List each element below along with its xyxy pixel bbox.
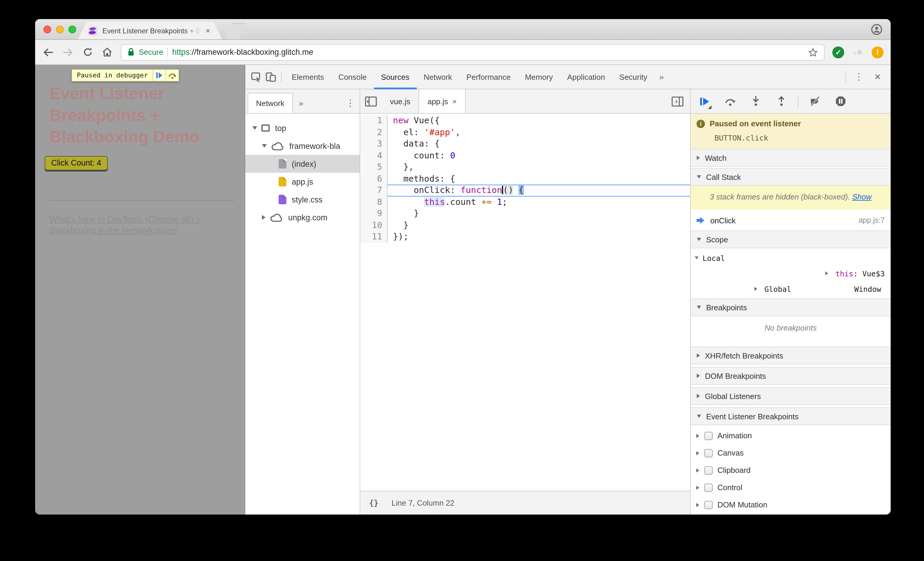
code-line-7[interactable]: 7 onClick: function() { (360, 184, 690, 196)
device-toolbar-icon[interactable] (264, 70, 278, 84)
zoom-window-button[interactable] (69, 26, 76, 33)
code-line-11[interactable]: 11}); (360, 231, 690, 243)
event-category-canvas[interactable]: Canvas (691, 444, 891, 462)
chevron-right-icon[interactable] (262, 215, 266, 220)
show-blackboxed-link[interactable]: Show (852, 192, 872, 201)
reload-icon[interactable] (82, 46, 93, 58)
code-line-10[interactable]: 10 } (360, 219, 690, 231)
category-checkbox[interactable] (704, 466, 712, 474)
panel-tab-network[interactable]: Network (417, 64, 459, 89)
step-into-icon[interactable] (750, 95, 762, 107)
section-event-listener-breakpoints[interactable]: Event Listener Breakpoints (691, 407, 891, 425)
inspect-element-icon[interactable] (249, 70, 264, 84)
section-dom-breakpoints[interactable]: DOM Breakpoints (691, 367, 891, 385)
devtools-close-icon[interactable]: ✕ (869, 72, 886, 82)
section-scope[interactable]: Scope (691, 231, 891, 248)
tree-item-style-css[interactable]: style.css (245, 190, 360, 208)
click-count-button[interactable]: Click Count: 4 (45, 156, 108, 170)
category-checkbox[interactable] (704, 483, 712, 492)
editor-tab-vuejs[interactable]: vue.js (382, 89, 418, 113)
overlay-resume-button[interactable] (152, 70, 165, 81)
line-number[interactable]: 9 (360, 208, 388, 219)
navigator-tab-network[interactable]: Network (248, 93, 292, 113)
panel-tab-performance[interactable]: Performance (459, 64, 518, 89)
close-tab-icon[interactable]: × (452, 97, 457, 106)
chevron-right-icon[interactable] (696, 485, 699, 489)
event-category-animation[interactable]: Animation (691, 427, 891, 444)
editor-tab-appjs[interactable]: app.js × (418, 89, 466, 113)
chevron-right-icon[interactable] (696, 468, 699, 472)
code-editor[interactable]: 1new Vue({2 el: '#app',3 data: {4 count:… (360, 114, 690, 491)
line-number[interactable]: 3 (360, 138, 388, 150)
call-stack-frame[interactable]: onClick app.js:7 (691, 212, 891, 229)
forward-icon[interactable] (62, 46, 74, 58)
line-number[interactable]: 6 (360, 173, 388, 184)
category-checkbox[interactable] (704, 449, 712, 457)
deactivate-breakpoints-icon[interactable] (809, 95, 821, 107)
minimize-window-button[interactable] (56, 26, 64, 33)
line-number[interactable]: 11 (360, 231, 388, 243)
navigator-more-chevron[interactable]: » (298, 93, 303, 113)
event-category-control[interactable]: Control (691, 479, 891, 496)
panel-tab-sources[interactable]: Sources (374, 64, 417, 89)
browser-tab[interactable]: Event Listener Breakpoints + B × (78, 22, 222, 39)
section-global-listeners[interactable]: Global Listeners (691, 387, 891, 405)
tree-item-app-js[interactable]: app.js (245, 173, 360, 190)
panel-tab-application[interactable]: Application (560, 64, 612, 89)
new-tab-button[interactable] (226, 23, 246, 39)
event-category-dom-mutation[interactable]: DOM Mutation (691, 496, 891, 513)
code-line-4[interactable]: 4 count: 0 (360, 150, 690, 161)
scope-global[interactable]: Global Window (691, 281, 891, 297)
line-number[interactable]: 7 (360, 184, 388, 196)
code-line-8[interactable]: 8 this.count += 1; (360, 196, 690, 208)
profile-avatar-icon[interactable] (871, 24, 882, 35)
hide-navigator-icon[interactable] (360, 89, 382, 113)
panel-tab-console[interactable]: Console (331, 64, 374, 89)
home-icon[interactable] (101, 46, 113, 58)
line-number[interactable]: 4 (360, 150, 388, 161)
devtools-menu-icon[interactable]: ⋮ (849, 72, 869, 82)
panel-tab-memory[interactable]: Memory (518, 64, 560, 89)
code-line-3[interactable]: 3 data: { (360, 138, 690, 150)
scope-this[interactable]: this: Vue$3 (691, 266, 891, 281)
chevron-right-icon[interactable] (696, 502, 699, 507)
whats-new-link[interactable]: What's New In DevTools (Chrome 66) > Bla… (50, 214, 222, 236)
category-checkbox[interactable] (704, 501, 712, 509)
tab-close-icon[interactable]: × (206, 26, 210, 35)
code-line-5[interactable]: 5 }, (360, 161, 690, 173)
line-number[interactable]: 1 (360, 115, 388, 126)
section-call-stack[interactable]: Call Stack (691, 168, 891, 186)
line-number[interactable]: 5 (360, 161, 388, 173)
line-number[interactable]: 10 (360, 219, 388, 231)
scope-local[interactable]: Local (691, 250, 891, 266)
line-number[interactable]: 8 (360, 196, 388, 208)
address-bar[interactable]: Secure https://framework-blackboxing.gli… (121, 44, 825, 60)
section-breakpoints[interactable]: Breakpoints (691, 298, 891, 316)
step-over-icon[interactable] (724, 95, 736, 107)
tree-item-unpkg-com[interactable]: unpkg.com (245, 208, 360, 226)
more-panels-chevron[interactable]: » (655, 72, 669, 82)
extension-check-icon[interactable]: ✓ (832, 46, 844, 58)
back-icon[interactable] (42, 46, 54, 58)
section-xhr-breakpoints[interactable]: XHR/fetch Breakpoints (691, 346, 891, 364)
code-line-1[interactable]: 1new Vue({ (360, 115, 690, 126)
panel-tab-elements[interactable]: Elements (285, 64, 331, 89)
tree-item-framework-bla[interactable]: framework-bla (245, 137, 360, 155)
navigator-menu-icon[interactable]: ⋮ (346, 93, 355, 113)
event-category-clipboard[interactable]: Clipboard (691, 462, 891, 479)
extension-disabled-icon[interactable]: ⁎✱ (852, 46, 864, 58)
show-debugger-panel-icon[interactable] (669, 89, 687, 114)
chevron-right-icon[interactable] (696, 451, 699, 455)
category-checkbox[interactable] (704, 432, 712, 440)
section-watch[interactable]: Watch (691, 149, 891, 167)
tree-item-top[interactable]: top (245, 119, 360, 137)
chevron-down-icon[interactable] (252, 126, 257, 130)
tree-item--index-[interactable]: (index) (245, 155, 360, 173)
extension-alert-icon[interactable]: ! (872, 46, 884, 58)
step-out-icon[interactable] (775, 95, 787, 107)
close-window-button[interactable] (44, 26, 51, 33)
panel-tab-security[interactable]: Security (612, 64, 655, 89)
code-line-6[interactable]: 6 methods: { (360, 173, 690, 184)
overlay-step-over-button[interactable] (165, 70, 178, 81)
resume-script-icon[interactable] (698, 95, 710, 107)
